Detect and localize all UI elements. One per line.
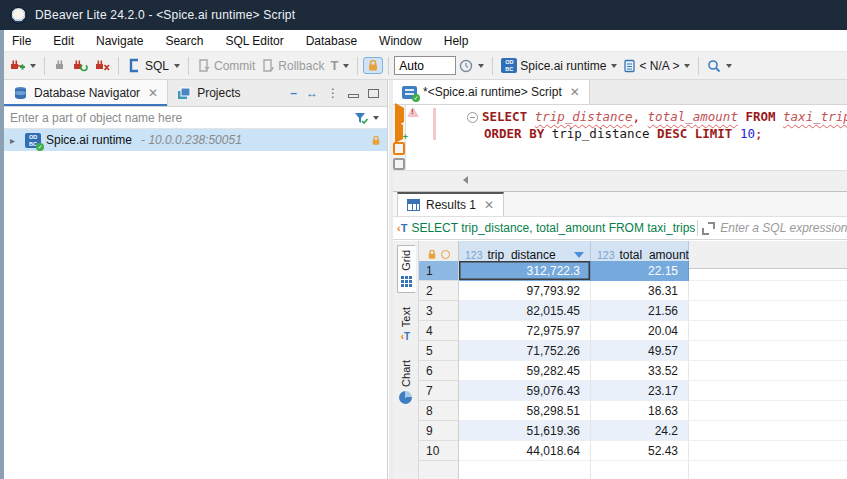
tab-label: *<Spice.ai runtime> Script xyxy=(423,85,562,99)
database-navigator-panel: Database Navigator ✕ Projects – ↔ ⋮ ▸ OD… xyxy=(4,80,388,479)
menu-edit[interactable]: Edit xyxy=(53,34,74,48)
sql-editor-button[interactable]: SQL xyxy=(124,56,183,75)
link-with-editor-icon[interactable]: ↔ xyxy=(306,86,318,100)
row-number[interactable]: 3 xyxy=(419,301,459,321)
sql-code[interactable]: −SELECT trip_distance, total_amount FROM… xyxy=(419,105,847,170)
schema-selector-label: < N/A > xyxy=(639,59,679,73)
row-number[interactable]: 4 xyxy=(419,321,459,341)
rollback-button[interactable]: Rollback xyxy=(258,56,327,75)
filter-expression-placeholder[interactable]: Enter a SQL expression to xyxy=(720,221,847,235)
execute-script-new-tab-button[interactable] xyxy=(393,158,405,171)
sort-desc-icon[interactable] xyxy=(574,252,584,258)
tab-chart[interactable]: Chart xyxy=(397,356,414,408)
sql-editor[interactable]: + −SELECT trip_distance, total_amount FR… xyxy=(393,105,847,170)
result-grid[interactable]: 123 trip_distance 123 total_amount 1 312… xyxy=(419,241,847,479)
cell-trip-distance[interactable]: 72,975.97 xyxy=(459,321,591,341)
row-number[interactable]: 10 xyxy=(419,441,459,461)
editor-action-gutter: + xyxy=(393,105,406,170)
execute-new-tab-button[interactable]: + xyxy=(395,125,403,139)
cell-total-amount[interactable]: 49.57 xyxy=(591,341,689,361)
menu-database[interactable]: Database xyxy=(306,34,357,48)
history-button[interactable] xyxy=(456,57,487,75)
connection-selector[interactable]: ODBC Spice.ai runtime xyxy=(498,56,620,75)
connection-tree-item[interactable]: ▸ ODBC✓ Spice.ai runtime - 10.0.0.238:50… xyxy=(4,129,387,151)
cell-total-amount[interactable]: 24.2 xyxy=(591,421,689,441)
search-button[interactable] xyxy=(704,57,735,75)
menu-sql-editor[interactable]: SQL Editor xyxy=(225,34,283,48)
chevron-down-icon xyxy=(726,64,732,68)
menu-window[interactable]: Window xyxy=(379,34,422,48)
row-number[interactable]: 7 xyxy=(419,381,459,401)
cell-total-amount[interactable]: 23.17 xyxy=(591,381,689,401)
reconnect-button[interactable] xyxy=(69,56,91,75)
commit-mode-input[interactable] xyxy=(394,56,456,75)
execute-script-button[interactable] xyxy=(393,142,405,155)
row-number[interactable]: 6 xyxy=(419,361,459,381)
cell-trip-distance[interactable]: 51,619.36 xyxy=(459,421,591,441)
disconnect-button[interactable] xyxy=(91,56,113,75)
tab-text[interactable]: Text ‹T xyxy=(398,303,414,346)
cell-trip-distance[interactable]: 59,282.45 xyxy=(459,361,591,381)
tab-projects[interactable]: Projects xyxy=(168,80,249,106)
cell-trip-distance[interactable]: 82,015.45 xyxy=(459,301,591,321)
transaction-mode-button[interactable]: T xyxy=(327,56,352,75)
results-filter-bar[interactable]: ‹T SELECT trip_distance, total_amount FR… xyxy=(393,217,847,240)
menu-file[interactable]: File xyxy=(12,34,31,48)
chevron-down-icon xyxy=(478,64,484,68)
menubar: File Edit Navigate Search SQL Editor Dat… xyxy=(0,30,847,52)
menu-help[interactable]: Help xyxy=(444,34,469,48)
tab-results-1[interactable]: Results 1 ✕ xyxy=(397,192,504,216)
cell-trip-distance[interactable]: 59,076.43 xyxy=(459,381,591,401)
cell-total-amount[interactable]: 22.15 xyxy=(591,261,689,281)
new-connection-button[interactable] xyxy=(6,56,39,75)
connection-address: - 10.0.0.238:50051 xyxy=(141,133,242,147)
maximize-panel-icon[interactable] xyxy=(368,89,379,98)
row-number[interactable]: 5 xyxy=(419,341,459,361)
close-icon[interactable]: ✕ xyxy=(570,85,580,99)
chevron-down-icon[interactable] xyxy=(373,116,379,120)
filter-funnel-icon[interactable] xyxy=(353,111,369,125)
tab-sql-script[interactable]: ✓ *<Spice.ai runtime> Script ✕ xyxy=(393,80,590,104)
minimize-panel-icon[interactable] xyxy=(348,94,359,98)
menu-search[interactable]: Search xyxy=(165,34,203,48)
menu-navigate[interactable]: Navigate xyxy=(96,34,143,48)
cell-total-amount[interactable]: 20.04 xyxy=(591,321,689,341)
cell-empty xyxy=(459,461,591,479)
cell-trip-distance[interactable]: 58,298.51 xyxy=(459,401,591,421)
row-number[interactable]: 8 xyxy=(419,401,459,421)
commit-button[interactable]: Commit xyxy=(194,56,258,75)
object-filter-input[interactable] xyxy=(4,108,353,128)
cell-trip-distance[interactable]: 312,722.3 xyxy=(459,261,591,281)
close-icon[interactable]: ✕ xyxy=(148,86,158,100)
row-number[interactable]: 2 xyxy=(419,281,459,301)
expand-chevron-icon[interactable]: ▸ xyxy=(10,135,20,146)
titlebar: DBeaver Lite 24.2.0 - <Spice.ai runtime>… xyxy=(0,0,847,30)
view-menu-icon[interactable]: ⋮ xyxy=(327,86,339,100)
cell-filler xyxy=(689,361,847,381)
transaction-t-icon: T xyxy=(330,58,338,73)
cell-total-amount[interactable]: 33.52 xyxy=(591,361,689,381)
minimize-view-icon[interactable]: – xyxy=(290,86,297,100)
row-number[interactable]: 9 xyxy=(419,421,459,441)
cell-total-amount[interactable]: 52.43 xyxy=(591,441,689,461)
close-icon[interactable]: ✕ xyxy=(484,198,494,212)
row-number[interactable]: 1 xyxy=(419,261,459,281)
tab-grid[interactable]: Grid xyxy=(397,245,416,293)
cell-total-amount[interactable]: 21.56 xyxy=(591,301,689,321)
tab-database-navigator[interactable]: Database Navigator ✕ xyxy=(4,80,168,106)
schema-selector[interactable]: < N/A > xyxy=(620,57,693,75)
fold-collapse-icon[interactable]: − xyxy=(467,112,478,123)
scroll-left-arrow-icon[interactable] xyxy=(463,176,468,184)
expand-filter-icon[interactable] xyxy=(702,222,715,235)
cell-trip-distance[interactable]: 71,752.26 xyxy=(459,341,591,361)
editor-horizontal-scrollbar[interactable] xyxy=(393,170,847,191)
cell-trip-distance[interactable]: 97,793.92 xyxy=(459,281,591,301)
execute-statement-button[interactable] xyxy=(395,108,404,122)
column-name: trip_distance xyxy=(488,248,556,262)
connect-button[interactable] xyxy=(50,56,69,75)
presentation-tabs: Grid Text ‹T Chart xyxy=(393,241,419,479)
cell-total-amount[interactable]: 18.63 xyxy=(591,401,689,421)
cell-trip-distance[interactable]: 44,018.64 xyxy=(459,441,591,461)
autocommit-lock-toggle[interactable] xyxy=(363,57,383,74)
cell-total-amount[interactable]: 36.31 xyxy=(591,281,689,301)
